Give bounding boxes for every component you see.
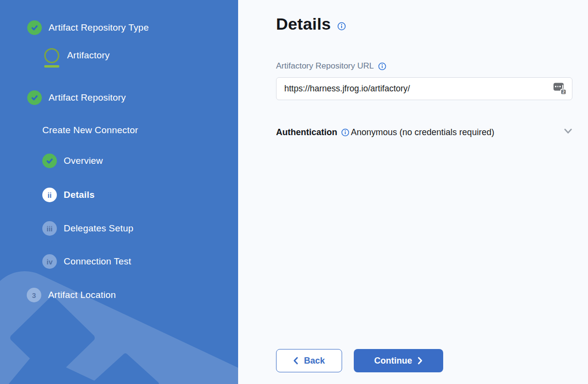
chevron-left-icon — [293, 357, 298, 365]
step-label: Delegates Setup — [64, 223, 134, 234]
sidebar-item-artifactory[interactable]: Artifactory — [43, 48, 110, 68]
sidebar-step-delegates-setup: iii Delegates Setup — [42, 221, 134, 236]
section-label: Create New Connector — [42, 125, 138, 136]
chevron-down-icon[interactable] — [564, 128, 572, 137]
sidebar-step-overview[interactable]: Overview — [42, 154, 103, 168]
step-label: Connection Test — [64, 256, 131, 267]
continue-button[interactable]: Continue — [354, 349, 443, 372]
url-input[interactable] — [277, 78, 572, 100]
step-label: Artifact Repository — [49, 92, 126, 103]
step-complete-check-icon — [27, 20, 42, 35]
connector-wizard: Artifact Repository Type Artifactory Art… — [0, 0, 588, 384]
sidebar-step-artifact-repository[interactable]: Artifact Repository — [27, 90, 126, 105]
fixed-input-badge: 2 — [560, 88, 567, 95]
authentication-select[interactable]: Authentication Anonymous (no credentials… — [276, 125, 572, 140]
step-label: Details — [64, 190, 95, 200]
step-numeral-badge: iv — [42, 254, 57, 269]
sidebar-step-artifact-location: 3 Artifact Location — [27, 288, 116, 302]
step-complete-check-icon — [42, 154, 57, 168]
step-complete-check-icon — [27, 90, 42, 105]
step-numeral-badge: 3 — [27, 288, 41, 302]
sidebar-step-details[interactable]: ii Details — [42, 188, 95, 202]
back-button[interactable]: Back — [276, 349, 342, 372]
artifactory-icon — [43, 48, 60, 68]
url-field-label-row: Artifactory Repository URL — [276, 61, 386, 71]
authentication-info-icon[interactable] — [341, 128, 349, 137]
authentication-label: Authentication — [276, 127, 337, 138]
step-numeral-badge: ii — [42, 188, 57, 202]
sidebar-step-connection-test: iv Connection Test — [42, 254, 131, 269]
step-label: Artifact Repository Type — [49, 22, 149, 33]
authentication-value: Anonymous (no credentials required) — [351, 127, 494, 138]
details-panel: Details Artifactory Repository URL 2 Aut… — [238, 0, 588, 384]
url-field-label: Artifactory Repository URL — [276, 61, 374, 71]
wizard-sidebar: Artifact Repository Type Artifactory Art… — [0, 0, 238, 384]
wizard-footer: Back Continue — [276, 349, 443, 372]
step-numeral-badge: iii — [42, 221, 57, 236]
sidebar-section-create-new-connector: Create New Connector — [42, 125, 138, 136]
step-label: Overview — [64, 156, 103, 166]
step-label: Artifactory — [67, 50, 110, 61]
sidebar-step-artifact-repository-type[interactable]: Artifact Repository Type — [27, 20, 149, 35]
step-label: Artifact Location — [48, 290, 116, 300]
fixed-input-type-icon[interactable]: 2 — [553, 83, 567, 95]
page-title-row: Details — [276, 15, 346, 34]
page-title: Details — [276, 15, 331, 34]
details-info-icon[interactable] — [337, 22, 346, 31]
chevron-right-icon — [417, 357, 423, 365]
url-input-wrap: 2 — [276, 77, 572, 100]
url-info-icon[interactable] — [378, 62, 386, 70]
